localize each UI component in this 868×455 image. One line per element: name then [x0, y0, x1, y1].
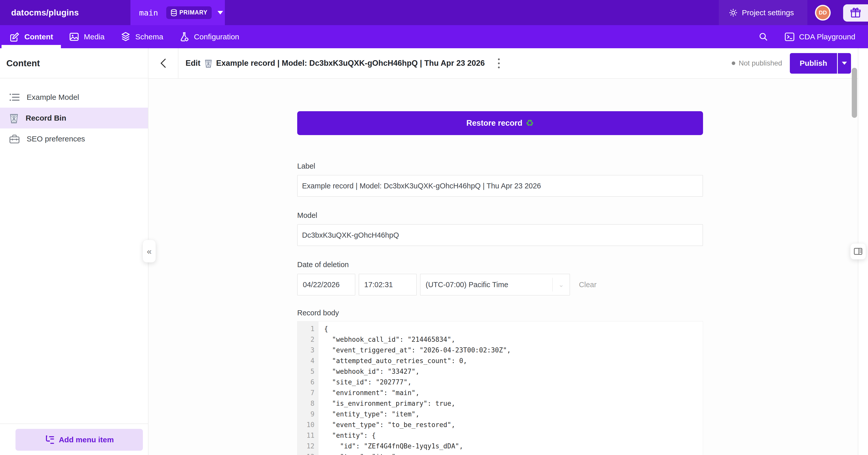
add-menu-item-button[interactable]: Add menu item	[16, 429, 143, 451]
code-line: "event_triggered_at": "2026-04-23T00:02:…	[318, 345, 703, 356]
avatar[interactable]: DD	[815, 5, 831, 21]
header-right: Not published Publish	[732, 53, 851, 73]
sidebar-item-record-bin[interactable]: Record Bin	[0, 108, 148, 128]
chevron-down-icon	[842, 62, 847, 65]
page-title: Edit Example record | Model: Dc3bxK3uQXK…	[186, 58, 485, 68]
status-dot-icon	[732, 61, 735, 65]
terminal-icon	[784, 31, 795, 42]
sidebar-item-label: SEO preferences	[27, 134, 85, 143]
publish-split-button: Publish	[790, 53, 851, 73]
main-navbar: Content Media Schema	[0, 25, 868, 48]
deletion-date-value: 04/22/2026	[303, 280, 340, 289]
code-line: "site_id": "202777",	[318, 377, 703, 388]
code-line: "webhook_id": "33427",	[318, 366, 703, 377]
trash-bin-emoji-icon	[204, 58, 213, 68]
database-icon	[170, 9, 177, 16]
record-body-label: Record body	[297, 309, 339, 317]
deletion-date-input[interactable]: 04/22/2026	[297, 274, 355, 296]
gift-icon	[850, 7, 861, 19]
chevron-down-icon: ⌄	[558, 281, 564, 289]
line-number: 8	[298, 398, 318, 409]
code-line-numbers: 1 2 3 4 5 6 7 8 9 10 11 12 13	[298, 322, 318, 455]
line-number: 11	[298, 430, 318, 441]
toggle-right-panel-button[interactable]	[850, 243, 866, 260]
tab-label: Content	[24, 32, 53, 41]
line-number: 5	[298, 366, 318, 377]
deletion-time-value: 17:02:31	[364, 280, 393, 289]
tab-label: Media	[84, 32, 104, 41]
gift-button[interactable]	[843, 4, 868, 22]
model-field-label: Model	[297, 211, 317, 220]
content-sidebar: Content Example Model	[0, 48, 149, 455]
collapse-sidebar-button[interactable]: «	[143, 240, 156, 263]
layers-icon	[120, 31, 131, 42]
sidebar-item-seo-preferences[interactable]: SEO preferences	[0, 128, 148, 149]
code-line: "id": "ZEf4G4fnQBe-1yqy1s_dDA",	[318, 441, 703, 451]
sidebar-title: Content	[0, 48, 148, 79]
search-icon	[758, 32, 768, 42]
select-divider	[552, 278, 553, 292]
code-line: "entity": {	[318, 430, 703, 441]
tab-label: Schema	[135, 32, 163, 41]
tab-configuration[interactable]: Configuration	[171, 25, 247, 48]
environment-selector[interactable]: main PRIMARY	[130, 0, 225, 25]
cda-playground-label: CDA Playground	[799, 32, 855, 41]
code-line: {	[318, 324, 703, 334]
code-line: "entity_type": "item",	[318, 409, 703, 420]
record-body-editor[interactable]: 1 2 3 4 5 6 7 8 9 10 11 12 13	[297, 321, 703, 455]
publish-button[interactable]: Publish	[790, 53, 837, 73]
record-header: Edit Example record | Model: Dc3bxK3uQXK…	[149, 48, 858, 79]
line-number: 7	[298, 388, 318, 398]
add-menu-item-label: Add menu item	[59, 435, 114, 444]
page-title-text: Example record | Model: Dc3bxK3uQXK-gOhc…	[216, 59, 485, 68]
trash-bin-icon	[9, 113, 19, 124]
scrollbar[interactable]	[852, 68, 857, 118]
restore-record-button[interactable]: Restore record ♻	[297, 111, 703, 135]
topbar: datocms/plugins main PRIMARY	[0, 0, 868, 25]
sidebar-item-label: Example Model	[27, 93, 79, 101]
status-badge: Not published	[739, 59, 782, 67]
tab-label: Configuration	[194, 32, 239, 41]
list-icon	[9, 92, 20, 102]
page-title-prefix: Edit	[186, 59, 200, 68]
search-button[interactable]	[758, 32, 768, 42]
line-number: 6	[298, 377, 318, 388]
tab-media[interactable]: Media	[61, 25, 113, 48]
content-panel: Edit Example record | Model: Dc3bxK3uQXK…	[149, 48, 858, 455]
label-field-label: Label	[297, 162, 315, 170]
project-settings-label: Project settings	[742, 8, 794, 17]
tab-schema[interactable]: Schema	[113, 25, 171, 48]
code-content: { "webhook_call_id": "214465834", "event…	[318, 322, 703, 455]
model-field-input[interactable]: Dc3bxK3uQXK-gOhcH46hpQ	[297, 224, 703, 246]
timezone-value: (UTC-07:00) Pacific Time	[426, 280, 508, 289]
label-field-value: Example record | Model: Dc3bxK3uQXK-gOhc…	[302, 182, 541, 190]
record-actions-menu-icon[interactable]	[496, 56, 502, 70]
tab-content[interactable]: Content	[2, 25, 61, 48]
chevron-left-icon	[160, 58, 167, 68]
sidebar-item-label: Record Bin	[26, 114, 66, 122]
project-settings-button[interactable]: Project settings	[719, 0, 807, 25]
line-number: 2	[298, 334, 318, 345]
line-number: 4	[298, 356, 318, 366]
code-line: "environment": "main",	[318, 388, 703, 398]
back-button[interactable]	[149, 48, 179, 78]
deletion-date-field-label: Date of deletion	[297, 261, 349, 269]
sidebar-menu: Example Model Record Bin	[0, 79, 148, 149]
primary-badge-label: PRIMARY	[180, 9, 208, 16]
deletion-time-input[interactable]: 17:02:31	[359, 274, 417, 296]
edit-icon	[9, 31, 20, 42]
chevron-down-icon	[218, 11, 223, 14]
navbar-right: CDA Playground	[758, 25, 855, 48]
cda-playground-button[interactable]: CDA Playground	[784, 31, 855, 42]
environment-name: main	[139, 8, 158, 17]
restore-record-label: Restore record	[466, 119, 523, 128]
timezone-select[interactable]: (UTC-07:00) Pacific Time ⌄	[420, 274, 570, 296]
clear-date-link[interactable]: Clear	[579, 280, 596, 289]
publish-dropdown-button[interactable]	[838, 53, 851, 73]
line-number: 9	[298, 409, 318, 420]
code-line: "event_type": "to_be_restored",	[318, 420, 703, 430]
sidebar-item-example-model[interactable]: Example Model	[0, 87, 148, 108]
label-field-input[interactable]: Example record | Model: Dc3bxK3uQXK-gOhc…	[297, 175, 703, 197]
line-number: 13	[298, 451, 318, 455]
line-number: 10	[298, 420, 318, 430]
